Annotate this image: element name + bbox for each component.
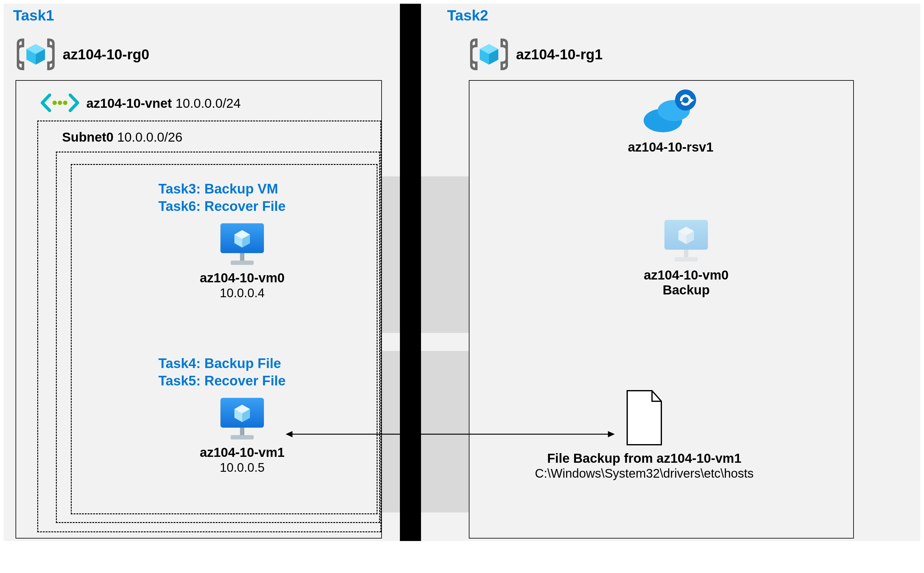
vnet-icon — [40, 92, 80, 115]
vm0-name: az104-10-vm0 — [149, 271, 335, 285]
svg-marker-33 — [286, 431, 292, 437]
vm0-backup-label: az104-10-vm0 Backup — [621, 268, 751, 297]
rg0-header: az104-10-rg0 — [16, 37, 149, 71]
subnet-header: Subnet0 10.0.0.0/26 — [62, 130, 183, 145]
file-backup-path: C:\Windows\System32\drivers\etc\hosts — [497, 467, 792, 481]
vm-backup-icon — [660, 260, 713, 265]
svg-point-6 — [53, 101, 57, 105]
svg-point-8 — [63, 101, 67, 105]
vnet-title: az104-10-vnet 10.0.0.0/24 — [86, 96, 241, 111]
file-icon — [621, 443, 668, 448]
vm1-name: az104-10-vm1 — [149, 445, 335, 460]
task6-label: Task6: Recover File — [158, 197, 335, 215]
vertical-divider — [400, 4, 421, 541]
svg-rect-30 — [684, 250, 688, 257]
rg1-title: az104-10-rg1 — [516, 46, 603, 63]
resource-group-icon — [469, 37, 509, 71]
rg1-header: az104-10-rg1 — [469, 37, 603, 71]
task4-label: Task4: Backup File — [158, 355, 335, 372]
task2-label: Task2 — [447, 7, 488, 24]
svg-point-7 — [58, 101, 62, 105]
vnet-name: az104-10-vnet — [86, 96, 172, 111]
subnet-cidr: 10.0.0.0/26 — [117, 130, 182, 144]
task3-label: Task3: Backup VM — [158, 180, 335, 197]
file-backup-label: File Backup from az104-10-vm1 — [497, 451, 792, 466]
svg-rect-21 — [231, 435, 254, 440]
rsv-name: az104-10-rsv1 — [612, 140, 730, 155]
vnet-header: az104-10-vnet 10.0.0.0/24 — [40, 92, 241, 115]
svg-marker-34 — [608, 431, 615, 437]
resource-group-icon — [16, 37, 56, 71]
subnet-name: Subnet0 — [62, 130, 114, 144]
rsv-block: az104-10-rsv1 — [612, 86, 730, 155]
recovery-vault-icon — [639, 132, 702, 137]
task1-label: Task1 — [13, 7, 54, 24]
vnet-cidr: 10.0.0.0/24 — [175, 96, 241, 111]
bidirectional-arrow-icon — [286, 428, 615, 440]
vm0-ip: 10.0.0.4 — [149, 286, 335, 300]
diagram-canvas: Task1 Task2 az104-10-rg0 az104-1 — [0, 0, 924, 573]
svg-rect-20 — [240, 427, 244, 435]
task5-label: Task5: Recover File — [158, 372, 335, 390]
vm-icon — [149, 221, 335, 269]
rg0-title: az104-10-rg0 — [63, 46, 149, 63]
vm1-ip: 10.0.0.5 — [149, 460, 335, 474]
vm0-backup-block: az104-10-vm0 Backup — [621, 218, 751, 297]
svg-rect-15 — [231, 261, 254, 265]
svg-rect-14 — [240, 253, 244, 261]
vm1-block: Task4: Backup File Task5: Recover File a… — [149, 355, 335, 474]
vm0-block: Task3: Backup VM Task6: Recover File az1… — [149, 180, 335, 300]
svg-rect-31 — [675, 257, 698, 261]
